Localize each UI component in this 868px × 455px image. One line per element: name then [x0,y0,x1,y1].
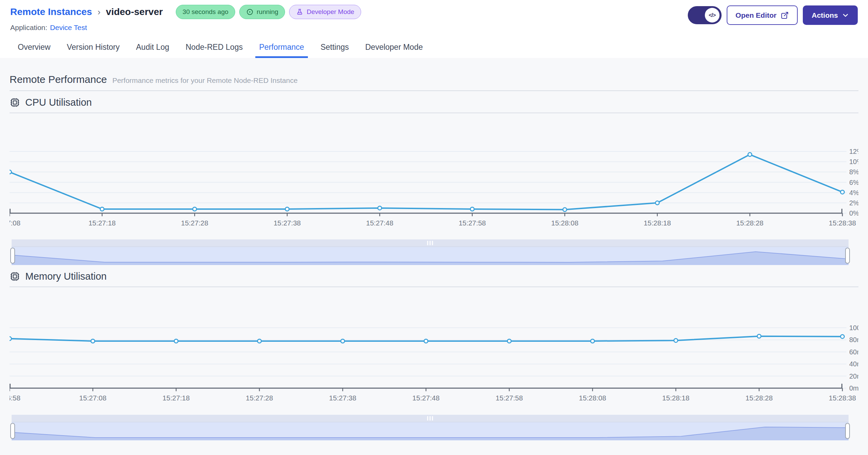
svg-text:15:27:28: 15:27:28 [246,394,273,402]
range-slider-grip-icon[interactable] [427,416,433,421]
svg-text:60mb: 60mb [849,348,858,356]
svg-text:8%: 8% [849,168,858,176]
svg-text:6%: 6% [849,179,858,186]
svg-text:0%: 0% [849,209,858,217]
range-slider-left-handle[interactable] [10,423,15,439]
cpu-chart-range-slider[interactable] [12,239,849,265]
status-badges: 30 seconds ago running Developer Mo [176,5,361,19]
svg-text:15:28:18: 15:28:18 [644,219,671,227]
developer-mode-badge: Developer Mode [289,5,361,19]
play-circle-icon [246,8,254,16]
cpu-chart[interactable]: 0%2%4%6%8%10%12%7:0815:27:1815:27:2815:2… [10,113,858,227]
svg-text:15:27:18: 15:27:18 [88,219,116,227]
svg-text:15:27:58: 15:27:58 [496,394,523,402]
svg-text:6:58: 6:58 [10,394,20,402]
svg-text:40mb: 40mb [849,360,858,368]
svg-text:15:28:08: 15:28:08 [579,394,606,402]
page-title: Remote Performance [10,74,107,85]
header-left: Remote Instances › video-server 30 secon… [10,5,361,32]
cpu-section-header: CPU Utilisation [10,97,858,108]
range-slider-track[interactable] [12,415,849,422]
panel-title-row: Remote Performance Performance metrics f… [10,74,858,85]
tab-audit-log[interactable]: Audit Log [132,37,173,58]
cpu-chip-icon [10,97,20,108]
breadcrumb-current-instance: video-server [106,6,163,17]
svg-text:15:27:38: 15:27:38 [329,394,356,402]
svg-text:15:27:28: 15:27:28 [181,219,208,227]
range-slider-grip-icon[interactable] [427,241,433,245]
running-status-badge: running [239,5,285,19]
tab-version-history[interactable]: Version History [63,37,124,58]
svg-text:20mb: 20mb [849,372,858,380]
application-label: Application: [10,24,47,32]
page-header: Remote Instances › video-server 30 secon… [0,0,868,32]
header-actions: </> Open Editor Actions [688,5,858,25]
svg-text:4%: 4% [849,189,858,196]
svg-text:15:27:08: 15:27:08 [79,394,106,402]
developer-mode-text: Developer Mode [307,8,354,16]
tab-bar: Overview Version History Audit Log Node-… [0,37,868,58]
svg-text:10%: 10% [849,158,858,165]
svg-text:15:27:18: 15:27:18 [162,394,190,402]
actions-button[interactable]: Actions [803,5,858,25]
tab-node-red-logs[interactable]: Node-RED Logs [182,37,246,58]
application-row: Application: Device Test [10,24,361,32]
chevron-down-icon [842,12,849,19]
memory-section-header: Memory Utilisation [10,271,858,282]
svg-text:15:28:38: 15:28:38 [829,394,856,402]
code-icon: </> [705,8,720,23]
svg-text:12%: 12% [849,148,858,155]
range-slider-right-handle[interactable] [845,248,850,264]
memory-chip-icon [10,271,20,282]
svg-text:100mb: 100mb [849,324,858,332]
range-slider-right-handle[interactable] [845,423,850,439]
svg-text:15:27:58: 15:27:58 [459,219,486,227]
page-subtitle: Performance metrics for your Remote Node… [112,76,298,85]
svg-text:15:27:48: 15:27:48 [366,219,394,227]
svg-text:2%: 2% [849,199,858,207]
last-seen-badge: 30 seconds ago [176,5,235,19]
memory-section: Memory Utilisation 0mb20mb40mb60mb80mb10… [10,271,858,440]
memory-chart-range-slider[interactable] [12,415,849,440]
performance-panel: Remote Performance Performance metrics f… [0,58,868,455]
application-link[interactable]: Device Test [50,24,87,32]
memory-section-title: Memory Utilisation [25,271,107,282]
running-status-text: running [257,8,278,16]
svg-text:15:28:28: 15:28:28 [736,219,764,227]
cpu-section: CPU Utilisation 0%2%4%6%8%10%12%7:0815:2… [10,97,858,265]
app-window: Remote Instances › video-server 30 secon… [0,0,868,455]
actions-label: Actions [812,11,838,19]
tab-overview[interactable]: Overview [14,37,54,58]
range-slider-minichart[interactable] [12,422,849,440]
svg-text:7:08: 7:08 [10,219,20,227]
flask-icon [296,8,303,16]
svg-text:15:28:28: 15:28:28 [745,394,773,402]
divider [10,90,858,91]
last-seen-text: 30 seconds ago [183,8,228,16]
developer-mode-toggle[interactable]: </> [688,6,722,24]
svg-text:80mb: 80mb [849,336,858,343]
external-link-icon [781,11,789,19]
svg-text:15:28:18: 15:28:18 [662,394,689,402]
range-slider-track[interactable] [12,239,849,247]
svg-text:15:28:38: 15:28:38 [829,219,856,227]
tab-performance[interactable]: Performance [255,37,308,58]
open-editor-label: Open Editor [736,11,777,19]
range-slider-left-handle[interactable] [10,248,15,264]
memory-chart[interactable]: 0mb20mb40mb60mb80mb100mb6:5815:27:0815:2… [10,287,858,402]
svg-text:15:28:08: 15:28:08 [551,219,579,227]
tab-developer-mode[interactable]: Developer Mode [361,37,427,58]
range-slider-minichart[interactable] [12,247,849,265]
cpu-section-title: CPU Utilisation [25,97,92,108]
svg-text:0mb: 0mb [849,384,858,392]
breadcrumb-link-remote-instances[interactable]: Remote Instances [10,6,92,17]
breadcrumb: Remote Instances › video-server 30 secon… [10,5,361,19]
open-editor-button[interactable]: Open Editor [727,5,798,25]
breadcrumb-separator-icon: › [98,7,101,17]
tab-settings[interactable]: Settings [317,37,353,58]
svg-text:15:27:48: 15:27:48 [412,394,440,402]
svg-text:15:27:38: 15:27:38 [273,219,301,227]
